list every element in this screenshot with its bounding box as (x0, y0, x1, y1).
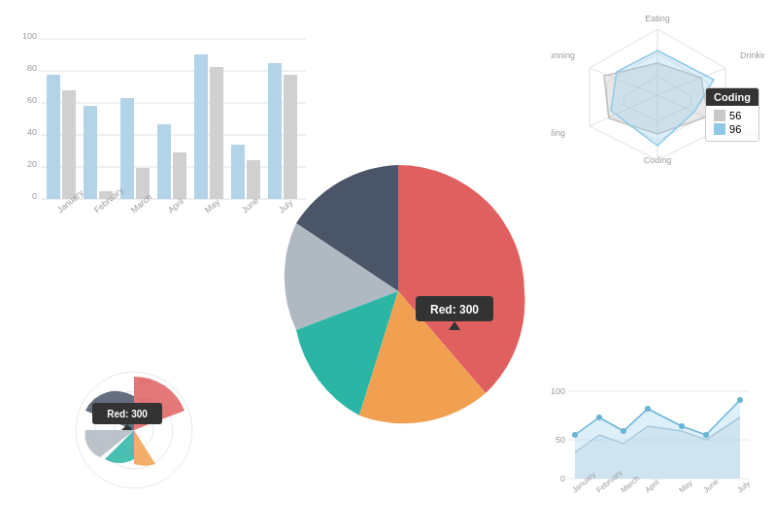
y-axis-label: 80 (27, 63, 37, 73)
polar-segment-orange (134, 430, 155, 466)
radar-label: Running (551, 50, 575, 60)
line-area-2 (575, 400, 740, 479)
line-dot (621, 428, 626, 434)
bar (120, 98, 134, 199)
legend-label-1: 56 (729, 110, 741, 121)
polar-chart: 300 100 Red: 300 (58, 352, 214, 503)
radar-label: Eating (645, 14, 670, 23)
line-chart: 100 50 0 January February March April Ma… (541, 377, 755, 517)
legend-item-1: 56 (714, 110, 751, 121)
x-label: April (644, 478, 661, 494)
line-dot (679, 423, 685, 429)
radar-legend: Coding 56 96 (705, 87, 759, 142)
y-axis-label: 60 (27, 95, 37, 105)
legend-title: Coding (706, 88, 758, 106)
bar (84, 106, 97, 199)
radar-chart: Eating Drinking Sleeping Running Cycling… (551, 10, 764, 180)
line-dot (596, 415, 602, 420)
bar (210, 67, 223, 199)
radar-series2 (611, 50, 714, 146)
pie-tooltip-text: Red: 300 (430, 303, 479, 316)
pie-chart: Red: 300 (243, 146, 554, 456)
x-label: May (678, 479, 694, 495)
y-axis-label: 100 (22, 31, 37, 41)
y-axis-label: 0 (560, 474, 565, 483)
radar-label: Cycling (551, 128, 565, 138)
legend-swatch-2 (714, 123, 725, 135)
x-label: June (702, 477, 721, 494)
y-axis-label: 20 (27, 159, 37, 169)
polar-tooltip-text: Red: 300 (107, 409, 148, 419)
legend-item-2: 96 (714, 123, 751, 135)
bar (194, 54, 208, 199)
line-dot (703, 432, 709, 438)
line-dot (645, 406, 651, 412)
y-axis-label: 40 (27, 127, 37, 137)
radar-label: Drinking (740, 50, 764, 60)
legend-label-2: 96 (729, 123, 741, 135)
x-label: July (736, 479, 753, 494)
bar (173, 152, 186, 199)
y-axis-label: 0 (32, 191, 37, 201)
legend-swatch-1 (714, 110, 725, 121)
y-axis-label: 50 (555, 435, 565, 445)
y-axis-label: 100 (551, 386, 565, 396)
bar (47, 75, 60, 199)
line-dot (737, 397, 743, 403)
bar (157, 124, 171, 199)
x-axis-label: February (92, 184, 125, 215)
line-dot (572, 432, 578, 438)
bar (62, 90, 76, 199)
